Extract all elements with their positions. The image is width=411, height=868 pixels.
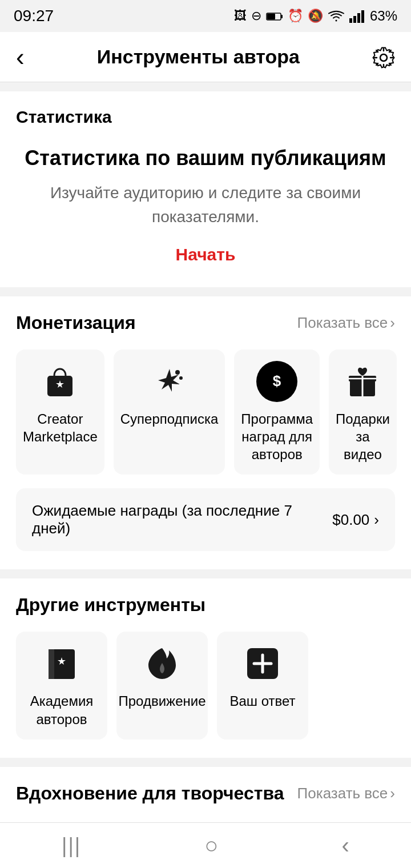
monetization-section: Монетизация Показать все › CreatorMarket… (0, 296, 411, 570)
svg-point-10 (179, 376, 183, 380)
svg-rect-1 (281, 15, 283, 18)
top-nav: ‹ Инструменты автора (0, 32, 411, 82)
inspiration-header: Вдохновение для творчества Показать все … (16, 783, 395, 804)
video-gifts-item[interactable]: Подарки за видео (329, 349, 397, 475)
your-answer-label: Ваш ответ (229, 692, 295, 710)
page-title: Инструменты автора (97, 46, 300, 68)
promotion-label: Продвижение (119, 692, 206, 710)
statistics-label: Статистика (16, 107, 395, 127)
tools-grid: Академия авторов Продвижение Ваш отве (16, 632, 395, 739)
chevron-right-icon-inspiration: › (390, 785, 395, 802)
bag-star-icon (39, 361, 80, 402)
monetization-title: Монетизация (16, 312, 136, 333)
monetization-grid: CreatorMarketplace Суперподписка $ Прогр… (16, 349, 395, 475)
svg-rect-6 (361, 10, 364, 23)
statistics-section: Статистика Статистика по вашим публикаци… (0, 91, 411, 287)
nav-home-icon[interactable]: ○ (204, 833, 218, 858)
chevron-right-icon: › (390, 314, 395, 332)
creator-marketplace-item[interactable]: CreatorMarketplace (16, 349, 104, 475)
chevron-right-icon-rewards: › (374, 511, 379, 529)
promotion-item[interactable]: Продвижение (116, 632, 208, 739)
mute-icon: 🔕 (308, 9, 323, 23)
signal-icon (349, 9, 365, 23)
inspiration-show-all[interactable]: Показать все › (297, 785, 395, 802)
photo-icon: 🖼 (234, 9, 247, 23)
super-subscription-item[interactable]: Суперподписка (114, 349, 225, 475)
nav-menu-icon[interactable]: ||| (62, 834, 81, 858)
svg-rect-5 (357, 13, 360, 23)
rewards-value: $0.00 › (332, 511, 379, 529)
rewards-text: Ожидаемые награды (за последние 7 дней) (32, 502, 332, 537)
minus-circle-icon: ⊖ (251, 9, 261, 23)
svg-point-7 (380, 54, 387, 61)
battery-percent: 63% (370, 8, 397, 24)
gift-icon (342, 361, 383, 402)
your-answer-item[interactable]: Ваш ответ (217, 632, 308, 739)
video-gifts-label: Подарки за видео (336, 410, 390, 464)
battery-icon (266, 9, 283, 23)
statistics-description: Изучайте аудиторию и следите за своими п… (16, 181, 395, 229)
creator-rewards-label: Программа наград для авторов (241, 410, 313, 464)
wifi-icon (328, 9, 345, 23)
svg-rect-4 (353, 16, 356, 23)
svg-text:$: $ (273, 372, 281, 389)
status-time: 09:27 (14, 7, 54, 25)
statistics-cta-button[interactable]: Начать (176, 245, 236, 264)
monetization-header: Монетизация Показать все › (16, 312, 395, 333)
gear-button[interactable] (372, 45, 395, 69)
monetization-show-all[interactable]: Показать все › (297, 314, 395, 332)
other-tools-header: Другие инструменты (16, 594, 395, 616)
rewards-bar[interactable]: Ожидаемые награды (за последние 7 дней) … (16, 488, 395, 551)
creator-academy-label: Академия авторов (23, 692, 100, 728)
svg-rect-2 (267, 14, 275, 19)
dollar-circle-icon: $ (256, 361, 297, 402)
super-subscription-label: Суперподписка (120, 410, 219, 428)
creator-rewards-item[interactable]: $ Программа наград для авторов (234, 349, 320, 475)
bottom-nav: ||| ○ ‹ (0, 822, 411, 868)
status-bar: 09:27 🖼 ⊖ ⏰ 🔕 (0, 0, 411, 32)
book-star-icon (41, 643, 82, 684)
creator-academy-item[interactable]: Академия авторов (16, 632, 107, 739)
svg-rect-3 (349, 18, 352, 23)
inspiration-title: Вдохновение для творчества (16, 783, 284, 804)
statistics-title: Статистика по вашим публикациям (16, 145, 395, 172)
flame-icon (142, 643, 183, 684)
star-sparkle-icon (149, 361, 190, 402)
other-tools-title: Другие инструменты (16, 594, 206, 616)
nav-back-icon[interactable]: ‹ (342, 833, 349, 858)
back-button[interactable]: ‹ (16, 43, 25, 71)
svg-rect-17 (49, 649, 54, 679)
plus-box-icon (242, 643, 283, 684)
alarm-icon: ⏰ (288, 9, 303, 23)
other-tools-section: Другие инструменты Академия авторов (0, 578, 411, 757)
creator-marketplace-label: CreatorMarketplace (23, 410, 98, 445)
status-icons: 🖼 ⊖ ⏰ 🔕 63% (234, 8, 397, 24)
svg-point-9 (175, 370, 180, 375)
